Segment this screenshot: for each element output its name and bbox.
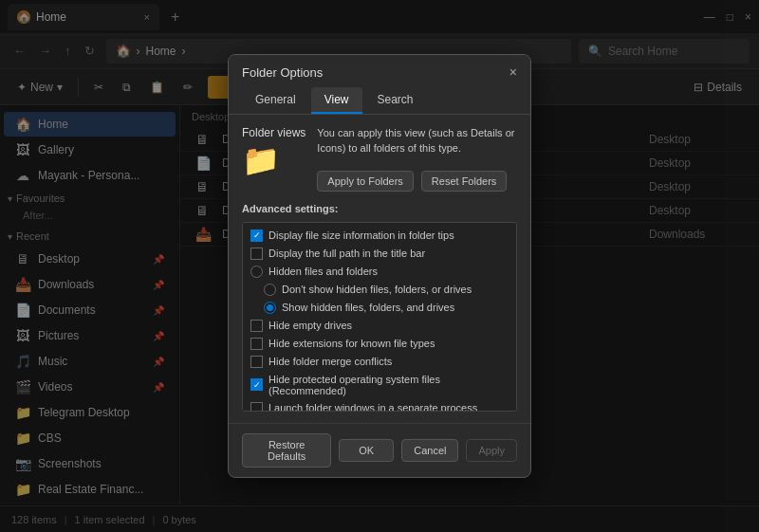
checkbox-merge[interactable] [250,356,263,368]
dialog-footer: Restore Defaults OK Cancel Apply [229,423,530,477]
settings-item-show-hidden[interactable]: Show hidden files, folders, and drives [243,299,516,317]
settings-item-separate[interactable]: Launch folder windows in a separate proc… [243,399,516,412]
settings-item-protected[interactable]: Hide protected operating system files (R… [243,371,516,399]
ok-button[interactable]: OK [339,439,394,462]
checkbox-fullpath[interactable] [250,248,263,260]
label-dont-show: Don't show hidden files, folders, or dri… [282,284,472,295]
checkbox-empty-drives[interactable] [250,320,263,332]
folder-views-section: Folder views 📁 You can apply this view (… [242,126,517,192]
restore-defaults-button[interactable]: Restore Defaults [242,433,331,468]
tab-view[interactable]: View [311,87,362,114]
folder-views-description: You can apply this view (such as Details… [317,126,517,156]
dialog-close-button[interactable]: × [509,64,517,80]
label-hidden: Hidden files and folders [268,266,378,277]
settings-item-dont-show[interactable]: Don't show hidden files, folders, or dri… [243,281,516,299]
radio-hidden [250,266,263,278]
label-fullpath: Display the full path in the title bar [268,248,425,259]
settings-item-hidden-category: Hidden files and folders [243,263,516,281]
folder-views-buttons: Apply to Folders Reset Folders [317,171,517,192]
label-empty-drives: Hide empty drives [268,320,352,331]
folder-options-dialog: Folder Options × General View Search Fol… [228,54,531,478]
folder-big-icon: 📁 [242,145,280,175]
checkbox-filesize[interactable] [250,229,263,242]
dialog-title-bar: Folder Options × [229,55,530,80]
radio-show-hidden[interactable] [264,302,276,314]
label-protected: Hide protected operating system files (R… [268,374,509,396]
label-separate: Launch folder windows in a separate proc… [268,402,477,412]
settings-item-empty-drives[interactable]: Hide empty drives [243,317,516,335]
dialog-body: Folder views 📁 You can apply this view (… [229,115,530,423]
folder-views-right: You can apply this view (such as Details… [317,126,517,192]
label-extensions: Hide extensions for known file types [268,338,435,349]
apply-button: Apply [466,439,517,462]
label-show-hidden: Show hidden files, folders, and drives [282,302,454,313]
tab-general[interactable]: General [242,87,309,114]
settings-item-merge[interactable]: Hide folder merge conflicts [243,353,516,371]
dialog-tabs: General View Search [229,80,530,115]
radio-dont-show[interactable] [264,284,276,296]
checkbox-extensions[interactable] [250,338,263,350]
folder-views-label-container: Folder views 📁 [242,126,305,175]
advanced-settings-label: Advanced settings: [242,203,517,214]
checkbox-protected[interactable] [250,378,263,391]
settings-item-fullpath[interactable]: Display the full path in the title bar [243,245,516,263]
settings-item-extensions[interactable]: Hide extensions for known file types [243,335,516,353]
dialog-title: Folder Options [242,65,323,80]
cancel-button[interactable]: Cancel [401,439,458,462]
reset-folders-button[interactable]: Reset Folders [421,171,507,192]
checkbox-separate[interactable] [250,402,263,412]
label-merge: Hide folder merge conflicts [268,356,392,367]
settings-list: Display file size information in folder … [242,222,517,412]
apply-to-folders-button[interactable]: Apply to Folders [317,171,413,192]
settings-item-filesize[interactable]: Display file size information in folder … [243,227,516,245]
folder-views-heading: Folder views [242,126,305,139]
tab-search[interactable]: Search [364,87,427,114]
dialog-overlay: Folder Options × General View Search Fol… [0,0,759,532]
label-filesize: Display file size information in folder … [268,229,454,241]
